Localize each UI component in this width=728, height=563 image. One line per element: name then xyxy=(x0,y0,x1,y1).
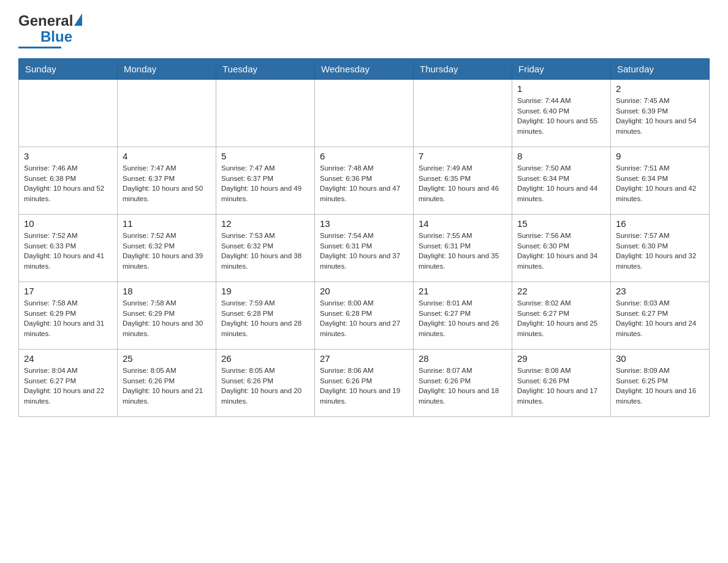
calendar-cell: 22Sunrise: 8:02 AMSunset: 6:27 PMDayligh… xyxy=(512,282,611,350)
logo-general-label: General xyxy=(18,12,73,29)
day-number: 2 xyxy=(616,83,704,94)
day-info: Sunrise: 7:50 AMSunset: 6:34 PMDaylight:… xyxy=(517,163,605,204)
calendar-cell: 10Sunrise: 7:52 AMSunset: 6:33 PMDayligh… xyxy=(19,215,118,282)
sunset-text: Sunset: 6:34 PM xyxy=(616,174,704,184)
day-number: 21 xyxy=(419,286,507,296)
daylight-text: Daylight: 10 hours and 50 minutes. xyxy=(123,183,211,204)
day-info: Sunrise: 7:53 AMSunset: 6:32 PMDaylight:… xyxy=(221,231,309,272)
sunset-text: Sunset: 6:26 PM xyxy=(123,376,211,386)
daylight-text: Daylight: 10 hours and 17 minutes. xyxy=(517,386,605,406)
weekday-header-wednesday: Wednesday xyxy=(315,59,414,80)
sunset-text: Sunset: 6:26 PM xyxy=(419,376,507,386)
sunrise-text: Sunrise: 7:51 AM xyxy=(616,163,704,174)
daylight-text: Daylight: 10 hours and 21 minutes. xyxy=(123,386,211,406)
weekday-header-saturday: Saturday xyxy=(611,59,710,80)
day-info: Sunrise: 8:02 AMSunset: 6:27 PMDaylight:… xyxy=(517,298,605,339)
day-number: 28 xyxy=(419,353,507,364)
logo-row: General xyxy=(18,12,83,29)
sunrise-text: Sunrise: 7:48 AM xyxy=(320,163,408,174)
day-info: Sunrise: 7:48 AMSunset: 6:36 PMDaylight:… xyxy=(320,163,408,204)
sunrise-text: Sunrise: 7:50 AM xyxy=(517,163,605,174)
day-number: 23 xyxy=(616,286,704,296)
daylight-text: Daylight: 10 hours and 28 minutes. xyxy=(221,318,309,339)
day-info: Sunrise: 8:09 AMSunset: 6:25 PMDaylight:… xyxy=(616,366,704,407)
day-info: Sunrise: 7:54 AMSunset: 6:31 PMDaylight:… xyxy=(320,231,408,272)
day-info: Sunrise: 7:52 AMSunset: 6:32 PMDaylight:… xyxy=(123,231,211,272)
sunset-text: Sunset: 6:40 PM xyxy=(517,106,605,117)
calendar-week-row: 3Sunrise: 7:46 AMSunset: 6:38 PMDaylight… xyxy=(19,147,710,215)
sunset-text: Sunset: 6:29 PM xyxy=(24,308,112,319)
calendar-cell: 14Sunrise: 7:55 AMSunset: 6:31 PMDayligh… xyxy=(414,215,512,282)
sunrise-text: Sunrise: 8:05 AM xyxy=(123,366,211,376)
sunset-text: Sunset: 6:26 PM xyxy=(221,376,309,386)
daylight-text: Daylight: 10 hours and 34 minutes. xyxy=(517,251,605,271)
calendar-cell: 2Sunrise: 7:45 AMSunset: 6:39 PMDaylight… xyxy=(611,80,710,147)
weekday-header-tuesday: Tuesday xyxy=(216,59,315,80)
weekday-header-thursday: Thursday xyxy=(414,59,512,80)
daylight-text: Daylight: 10 hours and 37 minutes. xyxy=(320,251,408,271)
daylight-text: Daylight: 10 hours and 39 minutes. xyxy=(123,251,211,271)
day-number: 7 xyxy=(419,151,507,161)
calendar-cell: 12Sunrise: 7:53 AMSunset: 6:32 PMDayligh… xyxy=(216,215,315,282)
calendar-cell xyxy=(118,80,216,147)
day-info: Sunrise: 7:46 AMSunset: 6:38 PMDaylight:… xyxy=(24,163,112,204)
day-info: Sunrise: 7:57 AMSunset: 6:30 PMDaylight:… xyxy=(616,231,704,272)
daylight-text: Daylight: 10 hours and 38 minutes. xyxy=(221,251,309,271)
day-info: Sunrise: 7:45 AMSunset: 6:39 PMDaylight:… xyxy=(616,96,704,137)
daylight-text: Daylight: 10 hours and 44 minutes. xyxy=(517,183,605,204)
sunset-text: Sunset: 6:34 PM xyxy=(517,174,605,184)
day-number: 5 xyxy=(221,151,309,161)
calendar-cell: 8Sunrise: 7:50 AMSunset: 6:34 PMDaylight… xyxy=(512,147,611,215)
daylight-text: Daylight: 10 hours and 31 minutes. xyxy=(24,318,112,339)
day-number: 20 xyxy=(320,286,408,296)
sunset-text: Sunset: 6:30 PM xyxy=(616,241,704,251)
day-info: Sunrise: 8:01 AMSunset: 6:27 PMDaylight:… xyxy=(419,298,507,339)
calendar-cell: 11Sunrise: 7:52 AMSunset: 6:32 PMDayligh… xyxy=(118,215,216,282)
sunrise-text: Sunrise: 8:03 AM xyxy=(616,298,704,308)
calendar-cell xyxy=(414,80,512,147)
calendar-cell: 27Sunrise: 8:06 AMSunset: 6:26 PMDayligh… xyxy=(315,350,414,417)
sunrise-text: Sunrise: 7:53 AM xyxy=(221,231,309,241)
weekday-header-monday: Monday xyxy=(118,59,216,80)
day-number: 11 xyxy=(123,218,211,229)
sunrise-text: Sunrise: 7:54 AM xyxy=(320,231,408,241)
day-number: 12 xyxy=(221,218,309,229)
logo-blue-row: Blue xyxy=(18,28,72,45)
sunset-text: Sunset: 6:30 PM xyxy=(517,241,605,251)
day-number: 16 xyxy=(616,218,704,229)
daylight-text: Daylight: 10 hours and 27 minutes. xyxy=(320,318,408,339)
sunset-text: Sunset: 6:37 PM xyxy=(221,174,309,184)
day-info: Sunrise: 8:06 AMSunset: 6:26 PMDaylight:… xyxy=(320,366,408,407)
calendar-cell: 6Sunrise: 7:48 AMSunset: 6:36 PMDaylight… xyxy=(315,147,414,215)
daylight-text: Daylight: 10 hours and 22 minutes. xyxy=(24,386,112,406)
calendar-week-row: 24Sunrise: 8:04 AMSunset: 6:27 PMDayligh… xyxy=(19,350,710,417)
sunset-text: Sunset: 6:25 PM xyxy=(616,376,704,386)
daylight-text: Daylight: 10 hours and 47 minutes. xyxy=(320,183,408,204)
sunrise-text: Sunrise: 7:58 AM xyxy=(123,298,211,308)
day-number: 1 xyxy=(517,83,605,94)
calendar-cell: 23Sunrise: 8:03 AMSunset: 6:27 PMDayligh… xyxy=(611,282,710,350)
sunset-text: Sunset: 6:29 PM xyxy=(123,308,211,319)
daylight-text: Daylight: 10 hours and 41 minutes. xyxy=(24,251,112,271)
sunset-text: Sunset: 6:27 PM xyxy=(24,376,112,386)
day-number: 26 xyxy=(221,353,309,364)
day-info: Sunrise: 7:59 AMSunset: 6:28 PMDaylight:… xyxy=(221,298,309,339)
logo-underline xyxy=(18,47,61,48)
sunrise-text: Sunrise: 8:02 AM xyxy=(517,298,605,308)
calendar-cell: 9Sunrise: 7:51 AMSunset: 6:34 PMDaylight… xyxy=(611,147,710,215)
sunset-text: Sunset: 6:36 PM xyxy=(320,174,408,184)
calendar-cell: 4Sunrise: 7:47 AMSunset: 6:37 PMDaylight… xyxy=(118,147,216,215)
day-number: 13 xyxy=(320,218,408,229)
daylight-text: Daylight: 10 hours and 18 minutes. xyxy=(419,386,507,406)
calendar-cell: 28Sunrise: 8:07 AMSunset: 6:26 PMDayligh… xyxy=(414,350,512,417)
calendar-cell: 29Sunrise: 8:08 AMSunset: 6:26 PMDayligh… xyxy=(512,350,611,417)
weekday-header-friday: Friday xyxy=(512,59,611,80)
day-number: 4 xyxy=(123,151,211,161)
day-number: 24 xyxy=(24,353,112,364)
sunrise-text: Sunrise: 8:04 AM xyxy=(24,366,112,376)
calendar-week-row: 10Sunrise: 7:52 AMSunset: 6:33 PMDayligh… xyxy=(19,215,710,282)
sunrise-text: Sunrise: 8:09 AM xyxy=(616,366,704,376)
day-info: Sunrise: 7:52 AMSunset: 6:33 PMDaylight:… xyxy=(24,231,112,272)
calendar-cell: 18Sunrise: 7:58 AMSunset: 6:29 PMDayligh… xyxy=(118,282,216,350)
sunrise-text: Sunrise: 8:01 AM xyxy=(419,298,507,308)
